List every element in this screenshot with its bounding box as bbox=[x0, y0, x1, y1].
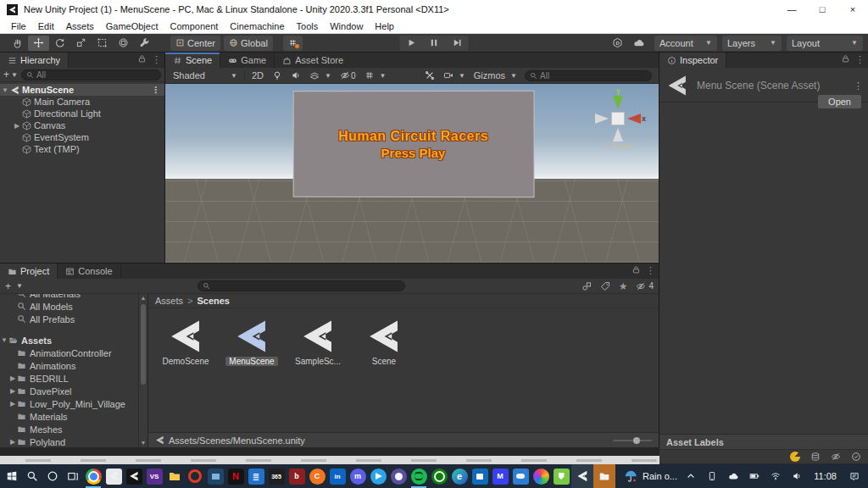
menu-gameobject[interactable]: GameObject bbox=[100, 21, 164, 31]
transform-tool-button[interactable] bbox=[113, 36, 134, 51]
rect-tool-button[interactable] bbox=[92, 36, 113, 51]
create-button[interactable]: + bbox=[3, 69, 9, 80]
label-tag-icon[interactable] bbox=[600, 281, 610, 291]
hand-tool-button[interactable] bbox=[7, 36, 28, 51]
hierarchy-item[interactable]: Main Camera bbox=[0, 96, 164, 108]
folder-row[interactable]: Meshes bbox=[0, 423, 147, 435]
taskbar-netflix[interactable]: N bbox=[225, 464, 246, 488]
breadcrumb-current[interactable]: Scenes bbox=[197, 296, 230, 306]
tab-console[interactable]: Console bbox=[58, 263, 120, 279]
hierarchy-item[interactable]: EventSystem bbox=[0, 131, 164, 143]
taskbar-movies-app[interactable] bbox=[205, 464, 225, 488]
taskbar-spotify[interactable] bbox=[409, 464, 429, 488]
taskbar-crunchyroll[interactable]: C bbox=[307, 464, 327, 488]
axis-south-cone[interactable] bbox=[613, 128, 623, 141]
asset-menu-button[interactable]: ⋮ bbox=[854, 80, 863, 92]
persp-label[interactable]: « Persp bbox=[591, 141, 645, 151]
taskbar-mastodon[interactable]: m bbox=[348, 464, 368, 488]
gizmo-center-cube[interactable] bbox=[612, 113, 624, 125]
collab-button[interactable] bbox=[607, 36, 628, 51]
asset-samplescene[interactable]: SampleSc... bbox=[291, 319, 345, 366]
menu-window[interactable]: Window bbox=[324, 21, 369, 31]
scale-tool-button[interactable] bbox=[70, 36, 92, 51]
taskbar-xbox[interactable] bbox=[429, 464, 449, 488]
eye-slash-icon[interactable] bbox=[831, 452, 841, 462]
menu-component[interactable]: Component bbox=[164, 21, 224, 31]
breadcrumb-assets[interactable]: Assets bbox=[155, 296, 183, 306]
taskbar-chrome[interactable] bbox=[83, 464, 103, 488]
orientation-toggle-button[interactable]: Global bbox=[224, 36, 273, 51]
taskbar-edge[interactable]: e bbox=[449, 464, 470, 488]
folder-row[interactable]: ▶BEDRILL bbox=[0, 372, 147, 385]
folder-row[interactable]: AnimationController bbox=[0, 347, 147, 359]
panel-menu-button[interactable]: ⋮ bbox=[855, 54, 865, 65]
scroll-up-arrow[interactable]: ▲ bbox=[139, 294, 147, 302]
tray-expand-button[interactable] bbox=[682, 464, 699, 488]
menu-canvas-plane[interactable]: Human Circuit Racers Press Play bbox=[293, 91, 535, 198]
taskbar-telegram[interactable] bbox=[368, 464, 388, 488]
scene-viewport[interactable]: Human Circuit Racers Press Play y x « Pe… bbox=[165, 84, 659, 263]
lock-icon[interactable] bbox=[841, 54, 850, 65]
hierarchy-item[interactable]: Text (TMP) bbox=[0, 143, 164, 155]
thumbnail-size-slider[interactable] bbox=[613, 440, 652, 441]
pause-button[interactable] bbox=[423, 36, 446, 51]
panel-menu-button[interactable]: ⋮ bbox=[646, 265, 655, 276]
scene-menu-button[interactable]: ⋮ bbox=[151, 85, 160, 96]
taskbar-cloud-app[interactable] bbox=[510, 464, 531, 488]
tab-scene[interactable]: Scene bbox=[165, 53, 220, 68]
minimize-button[interactable]: — bbox=[776, 0, 807, 19]
asset-menuscene-selected[interactable]: MenuScene bbox=[225, 319, 279, 366]
scrollbar-thumb[interactable] bbox=[141, 304, 146, 385]
layers-dropdown[interactable]: Layers▼ bbox=[722, 36, 782, 51]
menu-file[interactable]: File bbox=[5, 21, 32, 31]
gizmos-dropdown[interactable]: Gizmos▼ bbox=[470, 69, 521, 82]
taskbar-linkedin[interactable]: in bbox=[327, 464, 348, 488]
scene-search-input[interactable] bbox=[540, 71, 647, 80]
taskbar-spreadsheet-app[interactable]: ≣ bbox=[246, 464, 266, 488]
database-icon[interactable] bbox=[810, 452, 821, 462]
audio-toggle-button[interactable] bbox=[287, 69, 305, 82]
expand-caret-icon[interactable]: ▶ bbox=[8, 438, 17, 446]
expand-caret-icon[interactable]: ▶ bbox=[0, 122, 22, 130]
axis-west-cone[interactable] bbox=[595, 114, 609, 124]
taskbar-visual-studio[interactable]: VS bbox=[144, 464, 164, 488]
menu-tools[interactable]: Tools bbox=[291, 21, 325, 31]
orientation-gizmo[interactable]: y x « Persp bbox=[591, 89, 645, 155]
onedrive-icon[interactable] bbox=[724, 464, 742, 488]
taskbar-paint3d[interactable] bbox=[531, 464, 551, 488]
hierarchy-scene-row[interactable]: ▼ MenuScene ⋮ bbox=[0, 84, 164, 96]
task-view-button[interactable] bbox=[63, 464, 83, 488]
start-button[interactable] bbox=[2, 464, 22, 488]
2d-toggle-button[interactable]: 2D bbox=[248, 69, 268, 82]
grid-snap-button[interactable] bbox=[283, 36, 303, 51]
notification-center-button[interactable] bbox=[845, 464, 863, 488]
assets-root-row[interactable]: ▼Assets bbox=[0, 334, 147, 347]
folder-row[interactable]: Materials bbox=[0, 410, 147, 423]
weather-widget[interactable]: Rain o... bbox=[624, 469, 677, 483]
expand-caret-icon[interactable]: ▶ bbox=[8, 374, 17, 382]
taskbar-bandlab[interactable]: b bbox=[287, 464, 307, 488]
tab-game[interactable]: Game bbox=[220, 53, 275, 68]
favorites-star-icon[interactable]: ★ bbox=[619, 281, 628, 291]
custom-tool-button[interactable] bbox=[134, 36, 155, 51]
taskbar-github[interactable] bbox=[388, 464, 409, 488]
pivot-toggle-button[interactable]: Center bbox=[170, 36, 220, 51]
rotate-tool-button[interactable] bbox=[49, 36, 70, 51]
tab-asset-store[interactable]: Asset Store bbox=[275, 53, 351, 68]
eye-slash-icon[interactable] bbox=[636, 281, 646, 291]
axis-x-cone[interactable] bbox=[627, 114, 641, 124]
hidden-objects-button[interactable]: 0 bbox=[336, 69, 360, 82]
menu-cinemachine[interactable]: Cinemachine bbox=[224, 21, 290, 31]
tab-project[interactable]: Project bbox=[0, 263, 58, 279]
tool-settings-button[interactable] bbox=[420, 69, 439, 82]
hierarchy-item[interactable]: Directional Light bbox=[0, 108, 164, 119]
chevron-down-icon[interactable]: ▼ bbox=[16, 282, 23, 290]
close-button[interactable]: × bbox=[837, 0, 868, 19]
chevron-down-icon[interactable]: ▼ bbox=[11, 71, 18, 79]
cloud-services-button[interactable] bbox=[628, 36, 649, 51]
collapse-caret-icon[interactable]: ▼ bbox=[0, 336, 8, 344]
hierarchy-search-input[interactable] bbox=[36, 70, 156, 80]
project-search-input[interactable] bbox=[213, 281, 400, 291]
create-asset-button[interactable]: + bbox=[5, 280, 11, 292]
camera-settings-button[interactable]: ▼ bbox=[439, 69, 470, 82]
